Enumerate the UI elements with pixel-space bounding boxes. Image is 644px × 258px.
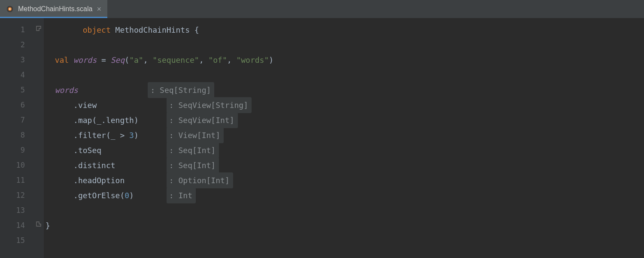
brace-open: {	[194, 25, 199, 34]
code-line[interactable]	[44, 203, 644, 218]
line-number: 7	[0, 113, 34, 128]
type-hint: : SeqView[Int]	[167, 112, 238, 128]
line-number: 5	[0, 83, 34, 98]
type-hint: : Seq[String]	[148, 82, 214, 98]
scala-file-icon	[6, 5, 14, 13]
code-area[interactable]: object MethodChainHints { val words = Se…	[44, 18, 644, 258]
fold-column	[34, 18, 44, 258]
gutter: 1 2 3 4 5 6 7 8 9 10 11 12 13 14 15	[0, 18, 34, 258]
line-number: 9	[0, 143, 34, 158]
line-number: 15	[0, 233, 34, 248]
code-line[interactable]: .filter(_ > 3) : View[Int]	[44, 128, 644, 143]
line-number: 12	[0, 188, 34, 203]
code-line[interactable]	[44, 233, 644, 248]
code-line[interactable]: }	[44, 218, 644, 233]
line-number: 10	[0, 158, 34, 173]
ref-words: words	[55, 86, 78, 95]
code-line[interactable]	[44, 68, 644, 83]
code-line[interactable]: .map(_.length) : SeqView[Int]	[44, 113, 644, 128]
line-number: 4	[0, 68, 34, 83]
type-hint: : Seq[Int]	[167, 142, 219, 158]
class-name: MethodChainHints	[115, 25, 190, 34]
fold-start-icon[interactable]	[36, 24, 42, 30]
code-line[interactable]: .toSeq : Seq[Int]	[44, 143, 644, 158]
code-line[interactable]: val words = Seq("a", "sequence", "of", "…	[44, 52, 644, 68]
code-line[interactable]: .getOrElse(0) : Int	[44, 188, 644, 203]
code-line[interactable]: .distinct : Seq[Int]	[44, 158, 644, 173]
line-number: 13	[0, 203, 34, 218]
val-name: words	[73, 55, 97, 64]
line-number: 14	[0, 218, 34, 233]
keyword-object: object	[83, 25, 111, 34]
line-number: 3	[0, 52, 34, 68]
type-hint: : SeqView[String]	[167, 97, 252, 113]
type-hint: : Seq[Int]	[167, 157, 219, 173]
code-line[interactable]: .headOption : Option[Int]	[44, 173, 644, 188]
editor: 1 2 3 4 5 6 7 8 9 10 11 12 13 14 15 obje…	[0, 18, 644, 258]
type-hint: : Int	[167, 187, 196, 203]
line-number: 8	[0, 128, 34, 143]
keyword-val: val	[55, 55, 69, 64]
code-line[interactable]: .view : SeqView[String]	[44, 98, 644, 113]
line-number: 11	[0, 173, 34, 188]
line-number: 2	[0, 37, 34, 52]
seq-call: Seq	[111, 55, 125, 64]
line-number: 1	[0, 22, 34, 37]
brace-close: }	[46, 221, 50, 230]
type-hint: : Option[Int]	[167, 172, 233, 188]
code-line[interactable]: words : Seq[String]	[44, 83, 644, 98]
svg-point-2	[9, 8, 10, 9]
type-hint: : View[Int]	[167, 127, 224, 143]
line-number: 6	[0, 98, 34, 113]
code-line[interactable]: object MethodChainHints {	[44, 22, 644, 37]
fold-end-icon[interactable]	[36, 220, 42, 226]
